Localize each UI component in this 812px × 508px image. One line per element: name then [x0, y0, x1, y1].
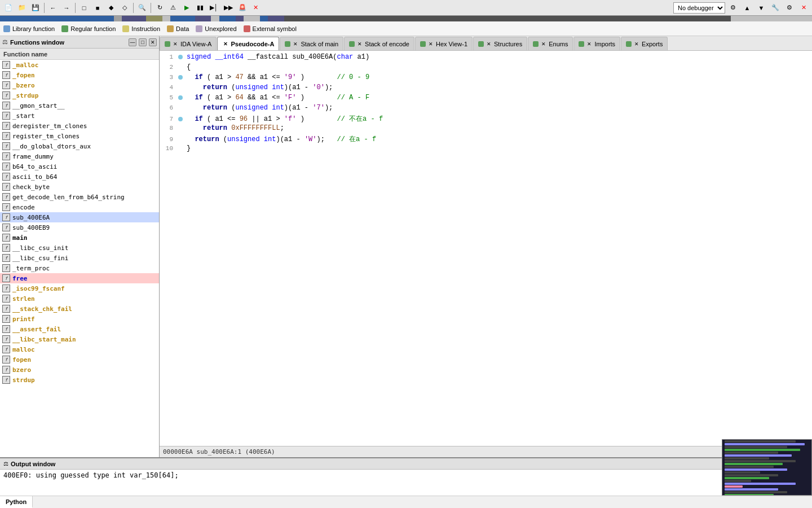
panel-btn-minimize[interactable]: ―	[129, 38, 136, 46]
breakpoint-dot-1[interactable]	[178, 55, 183, 59]
func-item-__do_global_dtors_aux[interactable]: f__do_global_dtors_aux	[0, 141, 159, 151]
func-name: printf	[12, 316, 35, 323]
func-item-check_byte[interactable]: fcheck_byte	[0, 182, 159, 192]
toolbar-dbg-btn2[interactable]: ▲	[741, 2, 753, 14]
toolbar-undo-btn[interactable]: ←	[47, 2, 59, 14]
toolbar-dbg-btn4[interactable]: 🔧	[769, 2, 782, 14]
tab-idaview-a[interactable]: ✕IDA View-A	[160, 37, 217, 50]
func-item-_start[interactable]: f_start	[0, 111, 159, 121]
toolbar-btn10[interactable]: ✕	[250, 2, 262, 14]
tab-enums[interactable]: ✕Enums	[528, 37, 573, 50]
func-item-main[interactable]: fmain	[0, 233, 159, 243]
toolbar-save-btn[interactable]: 💾	[29, 2, 42, 14]
type-legend: Library function Regular function Instru…	[0, 21, 812, 36]
tab-pseudocode-a[interactable]: ✕Pseudocode-A	[217, 37, 279, 50]
tab-stackofencode[interactable]: ✕Stack of encode	[344, 37, 414, 50]
func-item-free[interactable]: ffree	[0, 273, 159, 283]
legend-data[interactable]: Data	[167, 25, 189, 32]
func-item-_isoc99_fscanf[interactable]: f_isoc99_fscanf	[0, 283, 159, 294]
func-item-_strdup[interactable]: f_strdup	[0, 90, 159, 100]
toolbar-redo-btn[interactable]: →	[60, 2, 73, 14]
breakpoint-dot-5[interactable]	[178, 95, 183, 100]
toolbar-open-btn[interactable]: 📁	[16, 2, 28, 14]
func-item-__stack_chk_fail[interactable]: f__stack_chk_fail	[0, 304, 159, 314]
toolbar-refresh-btn[interactable]: ↻	[153, 2, 166, 14]
tab-stackofmain[interactable]: ✕Stack of main	[280, 37, 343, 50]
output-tab-python[interactable]: Python	[0, 496, 33, 508]
toolbar-new-btn[interactable]: 📄	[2, 2, 15, 14]
func-item-fopen[interactable]: ffopen	[0, 354, 159, 365]
func-icon: f	[2, 366, 10, 374]
panel-btn-float[interactable]: □	[139, 38, 147, 46]
toolbar-btn5[interactable]: ◆	[105, 2, 117, 14]
func-item-register_tm_clones[interactable]: fregister_tm_clones	[0, 131, 159, 141]
legend-unexplored[interactable]: Unexplored	[196, 25, 236, 32]
debugger-select[interactable]: No debugger	[673, 2, 725, 14]
tab-close-0[interactable]: ✕	[172, 41, 179, 47]
func-item-deregister_tm_clones[interactable]: fderegister_tm_clones	[0, 121, 159, 131]
func-item-strlen[interactable]: fstrlen	[0, 294, 159, 304]
func-item-sub_400EB9[interactable]: fsub_400EB9	[0, 222, 159, 233]
legend-label-regular: Regular function	[70, 25, 116, 32]
func-item-__assert_fail[interactable]: f__assert_fail	[0, 324, 159, 334]
line-dot-col-1	[176, 53, 184, 61]
legend-label-unexplored: Unexplored	[205, 25, 236, 32]
panel-btn-close[interactable]: ✕	[149, 38, 157, 46]
func-item-sub_400E6A[interactable]: fsub_400E6A	[0, 212, 159, 222]
toolbar-btn8[interactable]: ▶▶	[222, 2, 235, 14]
legend-regular[interactable]: Regular function	[61, 25, 116, 32]
func-item-__libc_csu_fini[interactable]: f__libc_csu_fini	[0, 253, 159, 263]
tab-structures[interactable]: ✕Structures	[473, 37, 527, 50]
toolbar-dbg-close[interactable]: ✕	[797, 2, 810, 14]
legend-external[interactable]: External symbol	[244, 25, 297, 32]
tab-close-7[interactable]: ✕	[586, 41, 593, 47]
func-item-__libc_start_main[interactable]: f__libc_start_main	[0, 334, 159, 344]
toolbar-btn6[interactable]: ◇	[118, 2, 131, 14]
tab-close-4[interactable]: ✕	[427, 41, 434, 47]
toolbar-btn3[interactable]: □	[78, 2, 90, 14]
legend-library[interactable]: Library function	[3, 25, 55, 32]
legend-instruction[interactable]: Instruction	[122, 25, 160, 32]
functions-list[interactable]: f_mallocf_fopenf_bzerof_strdupf__gmon_st…	[0, 60, 159, 457]
func-name: free	[12, 275, 28, 282]
func-item-_bzero[interactable]: f_bzero	[0, 80, 159, 90]
tab-close-5[interactable]: ✕	[486, 41, 492, 47]
toolbar-dbg-btn5[interactable]: ⚙	[783, 2, 796, 14]
toolbar-step-btn[interactable]: ▶│	[208, 2, 220, 14]
tab-close-3[interactable]: ✕	[356, 41, 363, 47]
toolbar-dbg-btn3[interactable]: ▼	[755, 2, 767, 14]
toolbar-run-btn[interactable]: ▶	[180, 2, 193, 14]
tab-hexview-1[interactable]: ✕Hex View-1	[415, 37, 473, 50]
func-item-printf[interactable]: fprintf	[0, 314, 159, 324]
tab-close-1[interactable]: ✕	[222, 41, 229, 47]
func-item-strdup[interactable]: fstrdup	[0, 375, 159, 385]
func-item-get_decode_len_from_b64_string[interactable]: fget_decode_len_from_b64_string	[0, 192, 159, 202]
tab-close-8[interactable]: ✕	[633, 41, 640, 47]
toolbar-btn7[interactable]: ⚠	[167, 2, 179, 14]
toolbar-dbg-btn1[interactable]: ⚙	[727, 2, 739, 14]
func-item-ascii_to_b64[interactable]: fascii_to_b64	[0, 172, 159, 182]
breakpoint-dot-7[interactable]	[178, 117, 183, 121]
func-item-frame_dummy[interactable]: fframe_dummy	[0, 151, 159, 161]
tab-close-2[interactable]: ✕	[292, 41, 299, 47]
breakpoint-dot-3[interactable]	[178, 75, 183, 80]
line-num-4: 4	[160, 84, 176, 91]
func-item-_malloc[interactable]: f_malloc	[0, 60, 159, 70]
func-item-_fopen[interactable]: f_fopen	[0, 70, 159, 80]
toolbar-pause-btn[interactable]: ▮▮	[194, 2, 206, 14]
toolbar-find-btn[interactable]: 🔍	[136, 2, 148, 14]
func-item-__gmon_start__[interactable]: f__gmon_start__	[0, 100, 159, 111]
func-item-__libc_csu_init[interactable]: f__libc_csu_init	[0, 243, 159, 253]
func-name: deregister_tm_clones	[12, 122, 87, 130]
func-item-malloc[interactable]: fmalloc	[0, 344, 159, 354]
func-item-encode[interactable]: fencode	[0, 202, 159, 212]
toolbar-btn9[interactable]: 🚨	[236, 2, 249, 14]
toolbar-btn4[interactable]: ■	[91, 2, 104, 14]
func-item-b64_to_ascii[interactable]: fb64_to_ascii	[0, 161, 159, 172]
func-item-_term_proc[interactable]: f_term_proc	[0, 263, 159, 273]
tab-exports[interactable]: ✕Exports	[621, 37, 668, 50]
func-item-bzero[interactable]: fbzero	[0, 365, 159, 375]
code-area[interactable]: 1signed __int64 __fastcall sub_400E6A(ch…	[160, 51, 812, 446]
tab-close-6[interactable]: ✕	[540, 41, 547, 47]
tab-imports[interactable]: ✕Imports	[573, 37, 620, 50]
